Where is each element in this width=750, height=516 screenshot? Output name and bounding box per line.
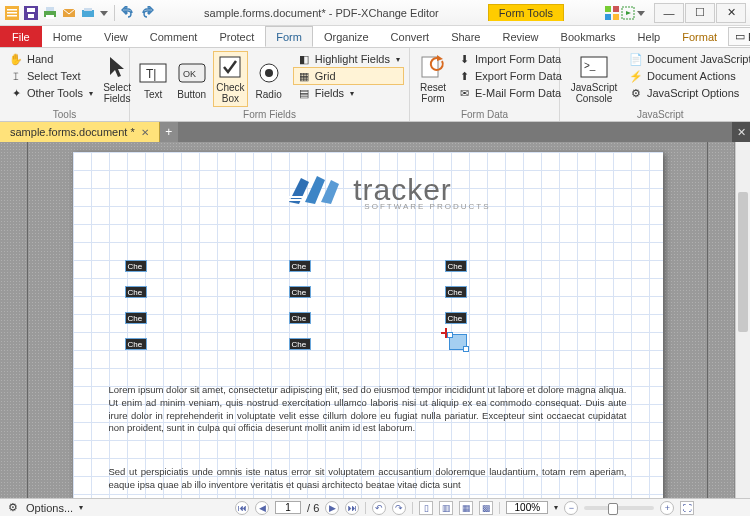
svg-text:>_: >_ — [584, 60, 596, 71]
close-button[interactable]: ✕ — [716, 3, 746, 23]
export-form-data[interactable]: ⬆Export Form Data — [454, 68, 565, 84]
tab-bookmarks[interactable]: Bookmarks — [550, 26, 627, 47]
reset-icon — [419, 54, 447, 80]
form-field[interactable]: Che — [445, 312, 467, 324]
print-icon[interactable] — [42, 5, 58, 21]
qat-dropdown2-icon[interactable] — [636, 5, 646, 21]
form-field[interactable]: Che — [289, 312, 311, 324]
svg-marker-30 — [437, 55, 443, 61]
vertical-scrollbar[interactable] — [735, 142, 750, 498]
redo-icon[interactable] — [139, 5, 155, 21]
form-field[interactable]: Che — [289, 286, 311, 298]
nav-back-button[interactable]: ↶ — [372, 501, 386, 515]
options-button[interactable]: Options... — [26, 502, 73, 514]
close-tab-icon[interactable]: ✕ — [141, 127, 149, 138]
save-icon[interactable] — [23, 5, 39, 21]
other-tools[interactable]: ✦Other Tools▾ — [6, 85, 96, 101]
qat-dropdown-icon[interactable] — [99, 5, 109, 21]
zoom-input[interactable] — [506, 501, 548, 514]
form-field[interactable]: Che — [445, 286, 467, 298]
first-page-button[interactable]: ⏮ — [235, 501, 249, 515]
form-field[interactable]: Che — [125, 286, 147, 298]
checkbox-field-button[interactable]: Check Box — [213, 51, 247, 107]
zoom-in-button[interactable]: + — [660, 501, 674, 515]
form-field[interactable]: Che — [445, 260, 467, 272]
new-field-selection[interactable] — [449, 334, 467, 350]
tab-review[interactable]: Review — [491, 26, 549, 47]
highlight-fields[interactable]: ◧Highlight Fields▾ — [294, 51, 403, 67]
tab-organize[interactable]: Organize — [313, 26, 380, 47]
email-icon[interactable] — [61, 5, 77, 21]
tab-file[interactable]: File — [0, 26, 42, 47]
svg-rect-6 — [28, 14, 34, 18]
page-icon: ▭ — [735, 30, 745, 43]
layout-single-icon[interactable]: ▯ — [419, 501, 433, 515]
ribbon-group-tools: ✋Hand 𝙸Select Text ✦Other Tools▾ Select … — [0, 48, 130, 121]
tab-format[interactable]: Format — [671, 26, 728, 47]
form-field[interactable]: Che — [125, 260, 147, 272]
tab-share[interactable]: Share — [440, 26, 491, 47]
tab-protect[interactable]: Protect — [208, 26, 265, 47]
add-tab-button[interactable]: + — [160, 122, 178, 142]
svg-rect-1 — [7, 9, 17, 11]
select-fields-button[interactable]: Select Fields — [100, 51, 134, 107]
maximize-button[interactable]: ☐ — [685, 3, 715, 23]
document-actions[interactable]: ⚡Document Actions — [626, 68, 750, 84]
import-form-data[interactable]: ⬇Import Form Data — [454, 51, 565, 67]
tab-form[interactable]: Form — [265, 26, 313, 47]
fields-menu[interactable]: ▤Fields▾ — [294, 85, 403, 101]
tab-view[interactable]: View — [93, 26, 139, 47]
layout-facing-cont-icon[interactable]: ▩ — [479, 501, 493, 515]
undo-icon[interactable] — [120, 5, 136, 21]
next-page-button[interactable]: ▶ — [325, 501, 339, 515]
layout-facing-icon[interactable]: ▦ — [459, 501, 473, 515]
svg-rect-34 — [289, 199, 301, 201]
svg-rect-33 — [289, 196, 303, 198]
document-javascript[interactable]: 📄Document JavaScript — [626, 51, 750, 67]
find-button[interactable]: ▭Find... — [728, 27, 750, 46]
last-page-button[interactable]: ⏭ — [345, 501, 359, 515]
export-icon: ⬆ — [457, 69, 471, 83]
button-field-button[interactable]: OKButton — [174, 51, 209, 107]
email-form-data[interactable]: ✉E-Mail Form Data — [454, 85, 565, 101]
tab-convert[interactable]: Convert — [380, 26, 441, 47]
close-all-tabs-button[interactable]: ✕ — [732, 122, 750, 142]
select-text-tool[interactable]: 𝙸Select Text — [6, 68, 96, 84]
text-field-button[interactable]: T|Text — [136, 51, 170, 107]
form-field[interactable]: Che — [289, 338, 311, 350]
layout-continuous-icon[interactable]: ▥ — [439, 501, 453, 515]
hand-tool[interactable]: ✋Hand — [6, 51, 96, 67]
minimize-button[interactable]: — — [654, 3, 684, 23]
form-field[interactable]: Che — [289, 260, 311, 272]
page-number-input[interactable] — [275, 501, 301, 514]
tab-comment[interactable]: Comment — [139, 26, 209, 47]
tab-help[interactable]: Help — [627, 26, 672, 47]
paragraph: Lorem ipsum dolor sit amet, consectetur … — [109, 384, 627, 435]
form-field[interactable]: Che — [125, 312, 147, 324]
text-cursor-icon: 𝙸 — [9, 69, 23, 83]
window-title: sample.forms.document* - PDF-XChange Edi… — [155, 7, 488, 19]
fit-page-icon[interactable]: ⛶ — [680, 501, 694, 515]
svg-text:T|: T| — [146, 67, 156, 81]
document-tab[interactable]: sample.forms.document *✕ — [0, 122, 160, 142]
zoom-out-button[interactable]: − — [564, 501, 578, 515]
doc-js-icon: 📄 — [629, 52, 643, 66]
paragraph: Sed ut perspiciatis unde omnis iste natu… — [109, 466, 627, 492]
nav-fwd-button[interactable]: ↷ — [392, 501, 406, 515]
form-field[interactable]: Che — [125, 338, 147, 350]
grid-toggle[interactable]: ▦Grid — [294, 68, 403, 84]
document-canvas[interactable]: tracker SOFTWARE PRODUCTS Che Che Che Ch… — [28, 142, 707, 498]
javascript-options[interactable]: ⚙JavaScript Options — [626, 85, 750, 101]
svg-rect-8 — [46, 7, 54, 11]
prev-page-button[interactable]: ◀ — [255, 501, 269, 515]
zoom-slider[interactable] — [584, 506, 654, 510]
ui-options-icon[interactable] — [604, 5, 620, 21]
radio-field-button[interactable]: Radio — [252, 51, 286, 107]
scan-icon[interactable] — [80, 5, 96, 21]
js-console-button[interactable]: >_JavaScript Console — [566, 51, 622, 107]
app-menu-icon[interactable] — [4, 5, 20, 21]
reset-form-button[interactable]: Reset Form — [416, 51, 450, 107]
tab-home[interactable]: Home — [42, 26, 93, 47]
launch-app-icon[interactable] — [620, 5, 636, 21]
options-gear-icon: ⚙ — [6, 501, 20, 515]
